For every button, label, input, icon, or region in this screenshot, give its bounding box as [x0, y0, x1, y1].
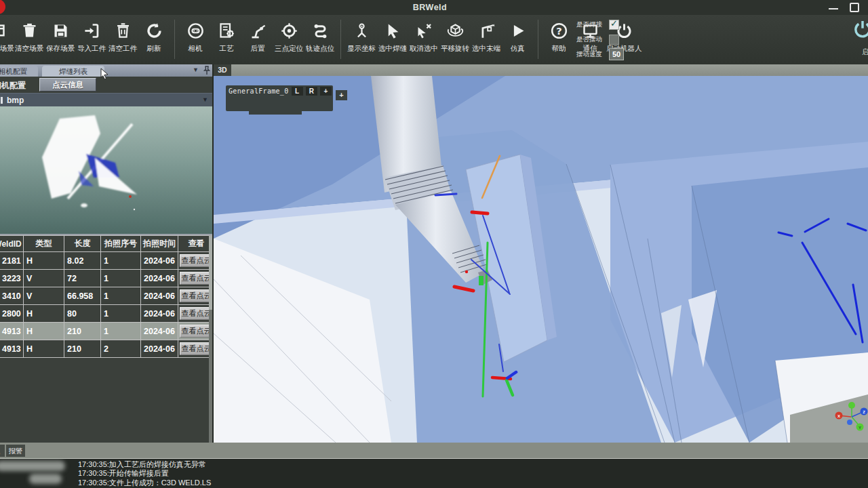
table-cell: H [24, 252, 64, 270]
tab-camera-config[interactable]: 相机配置 [0, 66, 38, 77]
toolbar-button-camera[interactable]: 相机 [180, 18, 211, 54]
toolbar: 场景清空场景保存场景导入工件清空工件刷新相机工艺后置三点定位轨迹点位显示坐标选中… [0, 15, 868, 64]
path-icon [311, 18, 330, 43]
chevron-down-icon[interactable]: ▼ [193, 66, 199, 73]
camera-icon [186, 18, 205, 43]
trash-icon [20, 18, 39, 43]
edge-power-icon[interactable] [852, 18, 868, 41]
blurred-region [29, 474, 62, 484]
table-cell: 2024-06 [141, 287, 178, 305]
table-cell: 1 [101, 305, 141, 323]
mouse-cursor [100, 68, 109, 80]
toolbar-button-deselect[interactable]: 取消选中 [408, 18, 439, 54]
toolbar-button-label: 三点定位 [275, 44, 303, 54]
table-cell: 210 [64, 340, 101, 358]
save-icon [52, 18, 70, 43]
table-header: 长度 [64, 236, 101, 252]
view-pointcloud-button[interactable]: 查看点云 [180, 272, 214, 285]
toolbar-button-help[interactable]: ?帮助 [543, 18, 574, 54]
toolbar-button-three-point-locate[interactable]: 三点定位 [273, 18, 304, 54]
viewport-3d[interactable]: X Z Y GeneralFrame_0 L R + + [214, 76, 868, 443]
toolbar-button-select-end[interactable]: 选中末端 [471, 18, 502, 54]
toolbar-button-simulate[interactable]: 仿真 [502, 18, 533, 54]
table-header: 拍照时间 [141, 236, 178, 252]
toolbar-button-post[interactable]: 后置 [242, 18, 273, 54]
scene-3d: X Z Y [214, 76, 868, 443]
toolbar-button-label: 工艺 [220, 44, 234, 54]
pointcloud-preview[interactable] [0, 106, 212, 234]
toolbar-group: 场景清空场景保存场景导入工件清空工件刷新 [0, 18, 170, 54]
toolbar-button-process[interactable]: 工艺 [211, 18, 242, 54]
viewport-tabstrip: 3D [214, 64, 868, 76]
toolbar-button-show-coordinates[interactable]: 显示坐标 [346, 18, 377, 54]
subtab-pointcloud-info[interactable]: 点云信息 [39, 78, 96, 92]
log-line: 17:30:35:加入工艺后的焊接仿真无异常 [78, 460, 211, 469]
toolbar-separator [538, 20, 538, 59]
import-icon [83, 18, 101, 43]
minimize-button[interactable] [829, 8, 838, 9]
toolbar-button-label: 保存场景 [46, 44, 75, 54]
target-icon [280, 18, 298, 43]
table-cell: H [24, 340, 64, 358]
subtab-camera-config[interactable]: 相机配置 [0, 80, 26, 92]
toolbar-separator [174, 20, 175, 59]
table-row[interactable]: 2800H8012024-06查看点云 [0, 305, 215, 323]
chevron-down-icon[interactable]: ▼ [202, 96, 208, 103]
coordinates-icon [353, 18, 371, 43]
view-pointcloud-button[interactable]: 查看点云 [180, 254, 214, 267]
view-pointcloud-button[interactable]: 查看点云 [180, 325, 214, 338]
table-cell: 2 [101, 340, 141, 358]
scene-icon [0, 18, 7, 43]
trash-outline-icon [114, 18, 132, 43]
tab-info-clipped[interactable]: 息 [0, 445, 5, 457]
toolbar-button-label: 刷新 [147, 44, 161, 54]
table-cell: 2024-06 [141, 252, 178, 270]
frame-panel: GeneralFrame_0 L R + [226, 85, 333, 111]
table-cell: 2181 [0, 252, 24, 270]
table-header: WeldID [0, 236, 24, 252]
tab-alarm[interactable]: 报警 [6, 445, 25, 457]
view-pointcloud-button[interactable]: 查看点云 [180, 342, 214, 355]
toolbar-button-label: 取消选中 [410, 44, 438, 54]
toolbar-button-clear-scene[interactable]: 清空场景 [14, 18, 45, 54]
svg-text:Z: Z [863, 410, 865, 414]
toolbar-button-refresh[interactable]: 刷新 [138, 18, 170, 54]
toolbar-button-save-scene[interactable]: 保存场景 [45, 18, 76, 54]
tab-weld-list[interactable]: 焊缝列表 [42, 66, 104, 77]
toolbar-button-clear-part[interactable]: 清空工件 [107, 18, 138, 54]
view-pointcloud-button[interactable]: 查看点云 [180, 307, 214, 320]
view-pointcloud-button[interactable]: 查看点云 [180, 289, 214, 302]
table-cell: 1 [101, 252, 141, 270]
table-row[interactable]: 3410V66.95812024-06查看点云 [0, 287, 215, 305]
rotate-cube-icon [446, 18, 465, 43]
toolbar-button-label: 帮助 [552, 44, 566, 54]
maximize-button[interactable] [850, 3, 859, 12]
process-icon [218, 18, 236, 43]
left-panel: 相机配置 焊缝列表 ▼ 相机配置 点云信息 bmp ▼ [0, 64, 212, 443]
table-row[interactable]: 4913H21012024-06查看点云 [0, 323, 215, 340]
frame-plus-button[interactable]: + [320, 87, 332, 96]
table-row[interactable]: 4913H21022024-06查看点云 [0, 340, 215, 358]
toolbar-button-select-weld[interactable]: 选中焊缝 [377, 18, 408, 54]
table-row[interactable]: 3223V7212024-06查看点云 [0, 270, 215, 287]
tab-3d[interactable]: 3D [214, 64, 231, 76]
cursor-x-icon [415, 18, 433, 43]
table-cell: V [24, 270, 64, 287]
weld-checkbox[interactable] [609, 20, 619, 30]
toolbar-button-trajectory-points[interactable]: 轨迹点位 [304, 18, 336, 54]
toolbar-button-import-part[interactable]: 导入工件 [76, 18, 107, 54]
cursor-icon [384, 18, 402, 43]
weave-speed-input[interactable]: 50 [609, 48, 624, 60]
weave-checkbox[interactable] [609, 35, 619, 45]
toolbar-button-pan-rotate[interactable]: 平移旋转 [439, 18, 471, 54]
pointcloud-file-dropdown[interactable]: bmp ▼ [0, 93, 212, 107]
toolbar-button-scene[interactable]: 场景 [0, 18, 14, 54]
window-title: BRWeld [0, 3, 868, 12]
table-row[interactable]: 2181H8.0212024-06查看点云 [0, 252, 215, 270]
frame-add-button[interactable]: + [336, 90, 347, 100]
frame-right-button[interactable]: R [306, 87, 317, 96]
refresh-icon [145, 18, 163, 43]
toolbar-button-label: 清空工件 [108, 44, 137, 54]
table-cell: 2024-06 [141, 270, 178, 287]
frame-left-button[interactable]: L [292, 87, 303, 96]
